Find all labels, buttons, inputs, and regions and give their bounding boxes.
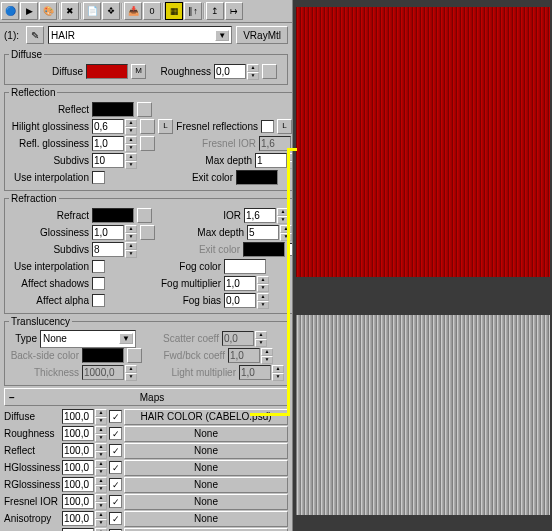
mtl-id-icon[interactable]: 0 (143, 2, 161, 20)
refl-exitcolor-swatch[interactable] (236, 170, 278, 185)
refl-maxdepth-input[interactable] (255, 153, 287, 168)
map-on-checkbox[interactable]: ✓ (109, 512, 122, 525)
map-slot-button[interactable]: None (124, 426, 288, 442)
lightmult-input (239, 365, 271, 380)
map-amount-spinner[interactable]: ▲▼ (62, 528, 107, 532)
spinner-down-icon[interactable]: ▼ (247, 72, 259, 80)
map-slot-button[interactable]: HAIR COLOR (CABELO.psd) (124, 409, 288, 425)
map-row: Diffuse▲▼✓HAIR COLOR (CABELO.psd) (4, 408, 288, 425)
diffuse-color-swatch[interactable] (86, 64, 128, 79)
refr-subdivs-input[interactable] (92, 242, 124, 257)
refr-interp-checkbox[interactable] (92, 260, 105, 273)
reflect-map-button[interactable] (137, 102, 152, 117)
refr-ior-input[interactable] (244, 208, 276, 223)
map-on-checkbox[interactable]: ✓ (109, 444, 122, 457)
map-amount-input[interactable] (62, 426, 94, 441)
material-name-dropdown[interactable]: HAIR ▼ (48, 26, 232, 44)
backcolor-swatch[interactable] (82, 348, 124, 363)
roughness-map-button[interactable] (262, 64, 277, 79)
roughness-spinner[interactable]: ▲▼ (214, 64, 259, 80)
refr-exitcolor-checkbox[interactable] (288, 243, 292, 256)
refl-gloss-input[interactable] (92, 136, 124, 151)
go-forward-icon[interactable]: ↦ (225, 2, 243, 20)
fog-color-swatch[interactable] (224, 259, 266, 274)
roughness-input[interactable] (214, 64, 246, 79)
refr-maxdepth-input[interactable] (247, 225, 279, 240)
map-amount-spinner[interactable]: ▲▼ (62, 477, 107, 493)
map-label: Reflect (4, 445, 60, 456)
get-material-icon[interactable]: 🔵 (1, 2, 19, 20)
map-amount-spinner[interactable]: ▲▼ (62, 426, 107, 442)
map-slot-button[interactable]: None (124, 443, 288, 459)
refl-gloss-map-button[interactable] (140, 136, 155, 151)
map-on-checkbox[interactable]: ✓ (109, 427, 122, 440)
refl-subdivs-input[interactable] (92, 153, 124, 168)
reflection-group: Reflection Reflect Hilight glossiness ▲▼… (4, 87, 292, 191)
map-on-checkbox[interactable]: ✓ (109, 495, 122, 508)
map-amount-input[interactable] (62, 460, 94, 475)
map-amount-spinner[interactable]: ▲▼ (62, 460, 107, 476)
reflect-label: Reflect (9, 104, 89, 115)
fresnel-label: Fresnel reflections (176, 121, 258, 132)
refl-interp-checkbox[interactable] (92, 171, 105, 184)
map-on-checkbox[interactable]: ✓ (109, 410, 122, 423)
map-on-checkbox[interactable]: ✓ (109, 461, 122, 474)
refraction-group: Refraction Refract IOR ▲▼ Glossiness ▲▼ … (4, 193, 292, 314)
fog-bias-input[interactable] (224, 293, 256, 308)
transl-type-dropdown[interactable]: None ▼ (40, 330, 136, 348)
dropdown-arrow-icon[interactable]: ▼ (215, 30, 229, 41)
map-row: Roughness▲▼✓None (4, 425, 288, 442)
map-amount-spinner[interactable]: ▲▼ (62, 443, 107, 459)
hilight-gloss-map-button[interactable] (140, 119, 155, 134)
affect-alpha-checkbox[interactable] (92, 294, 105, 307)
backcolor-map-button[interactable] (127, 348, 142, 363)
map-amount-spinner[interactable]: ▲▼ (62, 409, 107, 425)
reflect-color-swatch[interactable] (92, 102, 134, 117)
fresnel-checkbox[interactable] (261, 120, 274, 133)
map-slot-button[interactable]: None (124, 460, 288, 476)
refr-exitcolor-swatch[interactable] (243, 242, 285, 257)
map-slot-button[interactable]: None (124, 494, 288, 510)
pick-material-icon[interactable]: ✎ (26, 26, 44, 44)
transl-type-label: Type (9, 333, 37, 344)
make-unique-icon[interactable]: ❖ (102, 2, 120, 20)
maps-rollup-header[interactable]: − Maps (4, 388, 288, 406)
map-amount-spinner[interactable]: ▲▼ (62, 511, 107, 527)
map-amount-input[interactable] (62, 494, 94, 509)
map-on-checkbox[interactable]: ✓ (109, 478, 122, 491)
spinner-up-icon[interactable]: ▲ (247, 64, 259, 72)
lock-button[interactable]: L (158, 119, 173, 134)
show-end-result-icon[interactable]: ‖↑ (184, 2, 202, 20)
map-amount-input[interactable] (62, 409, 94, 424)
map-amount-input[interactable] (62, 511, 94, 526)
map-slot-button[interactable]: None (124, 477, 288, 493)
put-to-lib-icon[interactable]: 📥 (124, 2, 142, 20)
fresnel-lock-button[interactable]: L (277, 119, 292, 134)
diffuse-map-button[interactable]: M (131, 64, 146, 79)
translucency-group: Translucency Type None ▼ Scatter coeff ▲… (4, 316, 289, 386)
fog-mult-input[interactable] (224, 276, 256, 291)
hilight-gloss-input[interactable] (92, 119, 124, 134)
affect-alpha-label: Affect alpha (9, 295, 89, 306)
roughness-label: Roughness (149, 66, 211, 77)
affect-shadows-checkbox[interactable] (92, 277, 105, 290)
map-slot-button[interactable]: None (124, 528, 288, 532)
reset-icon[interactable]: ✖ (61, 2, 79, 20)
map-amount-input[interactable] (62, 477, 94, 492)
copy-icon[interactable]: 📄 (83, 2, 101, 20)
refract-map-button[interactable] (137, 208, 152, 223)
material-type-button[interactable]: VRayMtl (236, 26, 288, 44)
refr-gloss-map-button[interactable] (140, 225, 155, 240)
dropdown-arrow-icon[interactable]: ▼ (119, 333, 133, 344)
map-amount-input[interactable] (62, 443, 94, 458)
refract-color-swatch[interactable] (92, 208, 134, 223)
affect-shadows-label: Affect shadows (9, 278, 89, 289)
map-amount-spinner[interactable]: ▲▼ (62, 494, 107, 510)
put-to-scene-icon[interactable]: ▶ (20, 2, 38, 20)
refr-gloss-input[interactable] (92, 225, 124, 240)
show-map-icon[interactable]: ▦ (165, 2, 183, 20)
map-slot-button[interactable]: None (124, 511, 288, 527)
go-to-parent-icon[interactable]: ↥ (206, 2, 224, 20)
assign-icon[interactable]: 🎨 (39, 2, 57, 20)
slot-label: (1): (4, 30, 22, 41)
